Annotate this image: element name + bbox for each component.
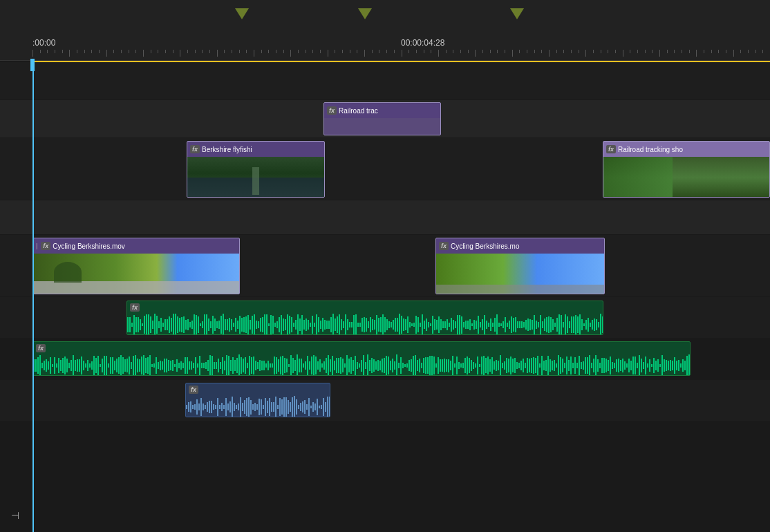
fx-badge-cycling-left: fx bbox=[41, 242, 50, 250]
clip-railroad-top-label: Railroad trac bbox=[339, 107, 378, 115]
track-row-2: fx Railroad trac bbox=[0, 100, 770, 138]
playhead-line bbox=[32, 61, 770, 62]
audio-clip-2-header: fx bbox=[33, 342, 690, 354]
ruler-ticks-area bbox=[32, 50, 770, 61]
clip-berkshire-label: Berkshire flyfishi bbox=[202, 146, 252, 153]
transport-button[interactable]: ⊣ bbox=[7, 507, 24, 524]
audio-track-2: fx bbox=[0, 339, 770, 380]
marker-1[interactable] bbox=[235, 8, 249, 19]
clip-cycling-right-label: Cycling Berkshires.mo bbox=[451, 243, 519, 250]
clip-railroad-top-header: fx Railroad trac bbox=[324, 103, 440, 118]
fx-badge-cycling-right: fx bbox=[439, 242, 449, 250]
time-mid: 00:00:04:28 bbox=[401, 38, 444, 48]
clip-cycling-left[interactable]: | fx Cycling Berkshires.mov bbox=[32, 238, 240, 294]
clip-cycling-right[interactable]: fx Cycling Berkshires.mo bbox=[435, 238, 605, 294]
waveform-3 bbox=[186, 396, 330, 417]
marker-3[interactable] bbox=[510, 8, 524, 19]
audio-track-1: fx bbox=[0, 297, 770, 339]
position-line bbox=[32, 61, 34, 532]
track-row-1 bbox=[0, 62, 770, 100]
audio-track-3: fx bbox=[0, 380, 770, 421]
track-row-4 bbox=[0, 200, 770, 235]
clip-berkshire[interactable]: fx Berkshire flyfishi bbox=[187, 141, 325, 198]
audio-clip-3-header: fx bbox=[186, 383, 330, 396]
waveform-1 bbox=[127, 314, 603, 335]
audio-clip-2[interactable]: fx bbox=[32, 341, 691, 376]
audio-clip-1-header: fx bbox=[127, 301, 603, 314]
tick-container bbox=[32, 50, 770, 61]
clip-railroad-right[interactable]: fx Railroad tracking sho bbox=[603, 141, 770, 198]
fx-badge-railroad-right: fx bbox=[606, 145, 616, 153]
fx-badge: fx bbox=[327, 106, 337, 115]
fx-badge-audio2: fx bbox=[36, 344, 46, 352]
cycling-left-thumbnail bbox=[33, 254, 239, 294]
clip-cycling-right-header: fx Cycling Berkshires.mo bbox=[436, 238, 604, 254]
clip-railroad-right-label: Railroad tracking sho bbox=[618, 146, 683, 153]
clip-cycling-left-header: | fx Cycling Berkshires.mov bbox=[33, 238, 239, 254]
fx-badge-audio1: fx bbox=[130, 303, 140, 312]
clip-railroad-right-header: fx Railroad tracking sho bbox=[603, 142, 769, 157]
audio-clip-3[interactable]: fx bbox=[185, 383, 330, 417]
track-row-bottom bbox=[0, 421, 770, 504]
timeline-ruler: :00:00 00:00:04:28 bbox=[0, 0, 770, 61]
clip-cycling-left-label: Cycling Berkshires.mov bbox=[53, 243, 124, 250]
fx-badge-berkshire: fx bbox=[190, 145, 200, 153]
playhead-indicator[interactable] bbox=[30, 59, 35, 71]
fx-badge-audio3: fx bbox=[189, 386, 198, 394]
audio-clip-1[interactable]: fx bbox=[126, 301, 603, 335]
clip-berkshire-header: fx Berkshire flyfishi bbox=[187, 142, 324, 157]
track-row-3: fx Berkshire flyfishi fx Railroad tracki… bbox=[0, 138, 770, 200]
berkshire-thumbnail bbox=[187, 157, 324, 198]
clip-thumbnail bbox=[324, 118, 440, 135]
time-start: :00:00 bbox=[32, 38, 55, 48]
marker-2[interactable] bbox=[358, 8, 372, 19]
transport-icon: ⊣ bbox=[11, 510, 19, 521]
waveform-2 bbox=[33, 354, 690, 376]
pipe-char: | bbox=[36, 243, 37, 249]
track-row-5: | fx Cycling Berkshires.mov fx Cycling B… bbox=[0, 235, 770, 297]
cycling-right-thumbnail bbox=[436, 254, 604, 294]
clip-railroad-top[interactable]: fx Railroad trac bbox=[323, 102, 441, 135]
railroad-right-thumbnail bbox=[603, 157, 769, 198]
